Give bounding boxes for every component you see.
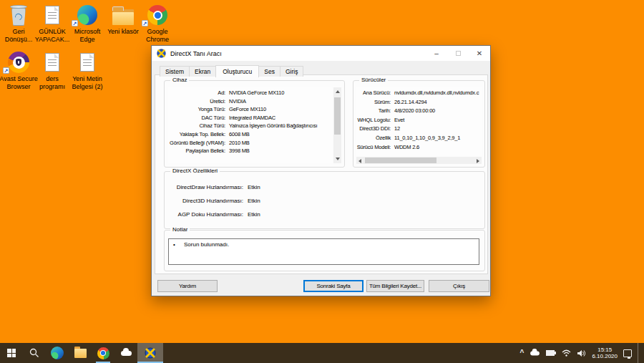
device-group-title: Cihaz: [170, 77, 189, 84]
taskbar-search-button[interactable]: [23, 343, 46, 363]
row-label: AGP Doku Hızlandırması:: [169, 208, 243, 221]
info-row: Paylaşılan Bellek:3998 MB: [168, 147, 332, 155]
drivers-group-title: Sürücüler: [359, 77, 388, 84]
row-value: nvldumdx.dll,nvldumdx.dll,nvldumdx.c: [394, 89, 479, 98]
row-value: NVIDIA: [229, 97, 246, 106]
taskbar-explorer-button[interactable]: [69, 343, 92, 363]
action-center-icon[interactable]: [623, 349, 632, 357]
info-row: Yonga Türü:GeForce MX110: [168, 105, 332, 114]
drivers-info: Ana Sürücü:nvldumdx.dll,nvldumdx.dll,nvl…: [356, 87, 482, 156]
row-label: Paylaşılan Bellek:: [168, 147, 225, 155]
onedrive-tray-icon[interactable]: [531, 351, 540, 355]
directx-features-group: DirectX Özellikleri DirectDraw Hızlandır…: [164, 171, 485, 229]
note-item: • Sorun bulunmadı.: [173, 241, 479, 248]
tab-olusturucu[interactable]: Oluşturucu: [215, 65, 259, 77]
tab-sistem[interactable]: Sistem: [160, 66, 190, 77]
row-label: Cihaz Türü:: [168, 122, 225, 130]
desktop-icon-label: Microsoft Edge: [67, 28, 107, 43]
next-page-button[interactable]: Sonraki Sayfa: [303, 280, 364, 292]
device-group: Cihaz Ad:NVIDIA GeForce MX110 Üretici:NV…: [164, 80, 345, 168]
row-label: WHQL Logolu:: [356, 116, 391, 125]
scrollbar-thumb[interactable]: [365, 158, 436, 163]
row-label: Ana Sürücü:: [356, 89, 391, 98]
row-label: Özellik: [356, 134, 391, 143]
taskbar-onedrive-button[interactable]: [114, 343, 137, 363]
desktop-icon-new-text-doc[interactable]: Yeni Metin Belgesi (2): [67, 51, 107, 90]
cloud-icon: [121, 351, 132, 356]
taskbar-clock[interactable]: 15:15 6.10.2020: [592, 347, 618, 360]
start-button[interactable]: [0, 343, 23, 363]
show-desktop-button[interactable]: [638, 343, 640, 363]
text-document-icon: [67, 51, 107, 74]
row-label: DirectDraw Hızlandırması:: [169, 180, 243, 194]
tray-chevron-icon[interactable]: ^: [520, 350, 525, 356]
info-row: Ad:NVIDIA GeForce MX110: [168, 89, 332, 97]
maximize-icon: [456, 51, 461, 56]
scroll-left-icon[interactable]: [358, 159, 361, 163]
info-row: Ana Sürücü:nvldumdx.dll,nvldumdx.dll,nvl…: [356, 89, 482, 98]
edge-icon: ↗: [67, 4, 107, 26]
chrome-icon: [97, 347, 109, 359]
row-label: DAC Türü:: [168, 114, 225, 122]
drivers-horizontal-scrollbar[interactable]: [356, 157, 482, 164]
row-value: Integrated RAMDAC: [229, 114, 275, 122]
row-value: NVIDIA GeForce MX110: [229, 89, 284, 97]
row-value: 2010 MB: [229, 139, 250, 147]
info-row: Görüntü Belleği (VRAM):2010 MB: [168, 139, 332, 147]
wifi-icon[interactable]: [562, 349, 571, 357]
tab-ekran[interactable]: Ekran: [189, 66, 216, 77]
desktop-icon-gunluk-doc[interactable]: GÜNLÜK YAPACAK...: [32, 4, 72, 43]
taskbar-dxdiag-button[interactable]: [137, 343, 163, 363]
exit-button[interactable]: Çıkış: [429, 280, 489, 292]
volume-icon[interactable]: [577, 349, 586, 357]
device-vertical-scrollbar[interactable]: [333, 87, 341, 163]
row-value: 4/8/2020 03:00:00: [394, 107, 435, 116]
dxdiag-window: DirectX Tanı Aracı – ✕ Sistem Ekran Oluş…: [151, 45, 491, 296]
info-row: Özellik11_0,10_1,10_0,9_3,9_2,9_1: [356, 134, 482, 143]
row-value: 26.21.14.4294: [394, 98, 426, 107]
search-icon: [29, 348, 39, 358]
row-label: Tarih:: [356, 107, 391, 116]
features-group-title: DirectX Özellikleri: [170, 168, 220, 175]
row-value: 6008 MB: [229, 130, 250, 139]
help-button[interactable]: Yardım: [157, 280, 218, 292]
dxdiag-icon: [157, 49, 166, 58]
desktop-icon-chrome[interactable]: ↗ Google Chrome: [137, 4, 177, 43]
row-value: 11_0,10_1,10_0,9_3,9_2,9_1: [394, 134, 460, 143]
bullet: •: [173, 241, 184, 248]
desktop-icon-ders-doc[interactable]: ders programı: [32, 51, 72, 90]
scrollbar-thumb[interactable]: [334, 97, 341, 135]
system-tray: ^ 15:15 6.10.2020: [520, 343, 644, 363]
desktop-icon-label: Yeni Metin Belgesi (2): [67, 75, 107, 90]
window-title: DirectX Tanı Aracı: [170, 50, 426, 57]
scroll-up-icon[interactable]: [336, 90, 340, 93]
text-document-icon: [32, 51, 72, 74]
info-row: Tarih:4/8/2020 03:00:00: [356, 107, 482, 116]
row-label: Direct3D DDI:: [356, 125, 391, 134]
minimize-button[interactable]: –: [426, 46, 447, 61]
notes-box: • Sorun bulunmadı.: [168, 238, 479, 265]
notes-group: Notlar • Sorun bulunmadı.: [164, 230, 485, 271]
maximize-button[interactable]: [447, 46, 469, 61]
clock-date: 6.10.2020: [592, 353, 618, 360]
row-value: Etkin: [248, 194, 260, 208]
taskbar-edge-button[interactable]: [46, 343, 69, 363]
text-document-icon: [32, 4, 72, 26]
feature-row: Direct3D Hızlandırması:Etkin: [169, 194, 482, 208]
info-row: Üretici:NVIDIA: [168, 97, 332, 106]
desktop-icon-edge[interactable]: ↗ Microsoft Edge: [67, 4, 107, 43]
windows-logo-icon: [7, 349, 16, 357]
scroll-down-icon[interactable]: [336, 158, 340, 160]
device-info: Ad:NVIDIA GeForce MX110 Üretici:NVIDIA Y…: [168, 87, 332, 163]
clock-time: 15:15: [592, 347, 618, 354]
close-button[interactable]: ✕: [469, 46, 490, 61]
titlebar[interactable]: DirectX Tanı Aracı – ✕: [152, 46, 490, 61]
tab-giris[interactable]: Giriş: [280, 66, 303, 77]
save-all-info-button[interactable]: Tüm Bilgileri Kaydet...: [366, 280, 424, 292]
battery-icon[interactable]: [546, 350, 556, 356]
tab-ses[interactable]: Ses: [258, 66, 280, 77]
scroll-right-icon[interactable]: [477, 159, 479, 163]
shortcut-arrow-icon: ↗: [3, 67, 9, 74]
taskbar-chrome-button[interactable]: [92, 343, 114, 363]
desktop-icon-label: ders programı: [32, 75, 72, 90]
